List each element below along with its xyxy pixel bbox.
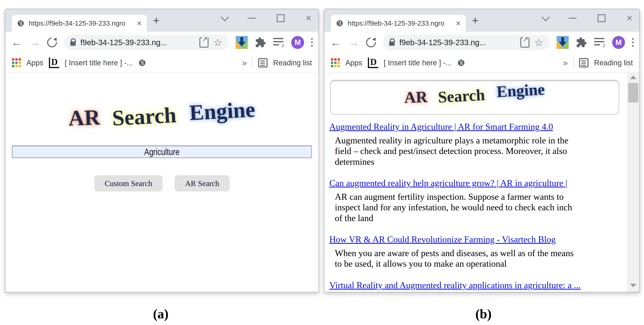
forward-icon: → (348, 37, 359, 48)
apps-grid-icon[interactable] (12, 58, 21, 67)
star-icon[interactable]: ☆ (213, 37, 222, 48)
tab-close-icon[interactable]: × (137, 19, 142, 28)
ar-search-engine-logo: AR Search Engine (5, 105, 318, 130)
share-icon[interactable] (520, 37, 530, 48)
browser-window-b: https://f9eb-34-125-39-233.ngro × + × ← … (324, 9, 640, 292)
tab-title: https://f9eb-34-125-39-233.ngro (348, 19, 451, 27)
result-description: When you are aware of pests and diseases… (335, 248, 577, 269)
apps-label[interactable]: Apps (345, 59, 362, 67)
download-extension-icon[interactable] (556, 36, 569, 49)
scroll-down-icon[interactable] (630, 284, 636, 287)
reading-list-icon[interactable] (579, 58, 588, 68)
puzzle-extensions-icon[interactable] (576, 37, 587, 48)
reload-icon[interactable] (45, 36, 59, 49)
tab-close-icon[interactable]: × (456, 19, 461, 28)
result-link[interactable]: Augmented Reality in Agriculture | AR fo… (329, 122, 553, 132)
close-icon[interactable]: × (306, 15, 312, 21)
playlist-icon[interactable]: ♪ (273, 38, 284, 47)
new-tab-button[interactable]: + (472, 15, 478, 26)
browser-tab[interactable]: https://f9eb-34-125-39-233.ngro × (12, 15, 147, 32)
address-bar[interactable]: f9eb-34-125-39-233.ng... ☆ (383, 35, 550, 50)
result-link[interactable]: Virtual Reality and Augmented reality ap… (329, 280, 581, 290)
scroll-up-icon[interactable] (630, 76, 636, 79)
maximize-icon[interactable] (598, 14, 606, 22)
lock-icon (70, 42, 76, 46)
browser-toolbar: ← → f9eb-34-125-39-233.ng... ☆ ♪ M (324, 32, 640, 53)
browser-window-a: https://f9eb-34-125-39-233.ngro × + × ← … (5, 9, 319, 292)
figure-caption-a: (a) (153, 306, 168, 322)
scrollbar-thumb[interactable] (628, 83, 638, 103)
figure-caption-b: (b) (475, 306, 492, 322)
download-extension-icon[interactable] (236, 36, 248, 49)
bookmark-title[interactable]: [ Insert title here ] -... (65, 59, 133, 67)
bookmarks-bar: Apps D [ Insert title here ] -... » Read… (324, 53, 640, 73)
bookmarks-overflow-icon[interactable]: » (242, 58, 247, 68)
star-icon[interactable]: ☆ (534, 37, 543, 48)
tab-title: https://f9eb-34-125-39-233.ngro (29, 19, 132, 27)
logo-box: AR Search Engine (330, 80, 619, 115)
reading-list-icon[interactable] (258, 58, 268, 68)
bookmarks-bar: Apps D [ Insert title here ] -... » Read… (5, 53, 318, 73)
share-icon[interactable] (200, 37, 208, 48)
apps-label[interactable]: Apps (26, 59, 44, 67)
search-result: Virtual Reality and Augmented reality ap… (329, 280, 640, 290)
maximize-icon[interactable] (277, 14, 284, 22)
custom-search-button[interactable]: Custom Search (94, 175, 162, 191)
back-icon[interactable]: ← (11, 37, 22, 48)
close-icon[interactable]: × (626, 15, 632, 21)
globe-bookmark-icon[interactable] (138, 59, 146, 67)
scrollbar[interactable] (627, 73, 640, 292)
forward-icon: → (29, 37, 40, 48)
apps-grid-icon[interactable] (331, 58, 340, 67)
search-result: Augmented Reality in Agriculture | AR fo… (329, 121, 640, 167)
search-input-value: Agriculture (144, 147, 180, 157)
back-icon[interactable]: ← (330, 37, 341, 48)
globe-favicon-icon (336, 20, 344, 27)
globe-favicon-icon (17, 20, 24, 27)
minimize-icon[interactable] (569, 18, 576, 19)
tab-strip: https://f9eb-34-125-39-233.ngro × + × (5, 9, 318, 32)
bookmark-d-favicon[interactable]: D (49, 58, 59, 68)
avatar[interactable]: M (291, 36, 304, 49)
puzzle-extensions-icon[interactable] (255, 37, 266, 48)
bookmarks-overflow-icon[interactable]: » (563, 58, 568, 68)
url-text[interactable]: f9eb-34-125-39-233.ng... (80, 38, 195, 47)
result-description: Augmented reality in agriculture plays a… (335, 135, 577, 167)
search-input[interactable]: Agriculture (12, 146, 312, 158)
search-results-list: Augmented Reality in Agriculture | AR fo… (329, 121, 640, 292)
tab-strip: https://f9eb-34-125-39-233.ngro × + × (324, 9, 640, 32)
bookmark-title[interactable]: [ Insert title here ] -... (384, 59, 452, 67)
url-text[interactable]: f9eb-34-125-39-233.ng... (399, 38, 516, 47)
ar-search-button[interactable]: AR Search (175, 175, 230, 191)
reload-icon[interactable] (364, 36, 378, 49)
page-content-b: AR Search Engine Augmented Reality in Ag… (324, 73, 640, 292)
playlist-icon[interactable]: ♪ (594, 38, 605, 47)
page-content-a: AR Search Engine Agriculture Custom Sear… (5, 73, 318, 292)
reading-list-label[interactable]: Reading list (273, 59, 312, 67)
reading-list-label[interactable]: Reading list (594, 59, 633, 67)
ar-search-engine-logo: AR Search Engine (404, 88, 545, 106)
three-dot-menu-icon[interactable] (311, 38, 313, 47)
browser-toolbar: ← → f9eb-34-125-39-233.ng... ☆ ♪ M (5, 32, 318, 53)
globe-bookmark-icon[interactable] (457, 59, 465, 67)
avatar[interactable]: M (612, 36, 625, 49)
result-description: AR can augment fertility inspection. Sup… (335, 192, 577, 223)
three-dot-menu-icon[interactable] (632, 38, 634, 47)
bookmark-d-favicon[interactable]: D (368, 58, 378, 68)
new-tab-button[interactable]: + (153, 15, 160, 26)
minimize-icon[interactable] (248, 18, 256, 19)
address-bar[interactable]: f9eb-34-125-39-233.ng... ☆ (64, 35, 228, 50)
browser-tab[interactable]: https://f9eb-34-125-39-233.ngro × (331, 15, 466, 32)
lock-icon (389, 42, 395, 46)
search-result: How VR & AR Could Revolutionize Farming … (329, 234, 640, 269)
chevron-down-icon[interactable] (542, 13, 550, 21)
chevron-down-icon[interactable] (220, 13, 229, 21)
search-result: Can augmented reality help agriculture g… (329, 178, 640, 223)
result-link[interactable]: How VR & AR Could Revolutionize Farming … (329, 234, 556, 244)
result-link[interactable]: Can augmented reality help agriculture g… (329, 178, 567, 188)
